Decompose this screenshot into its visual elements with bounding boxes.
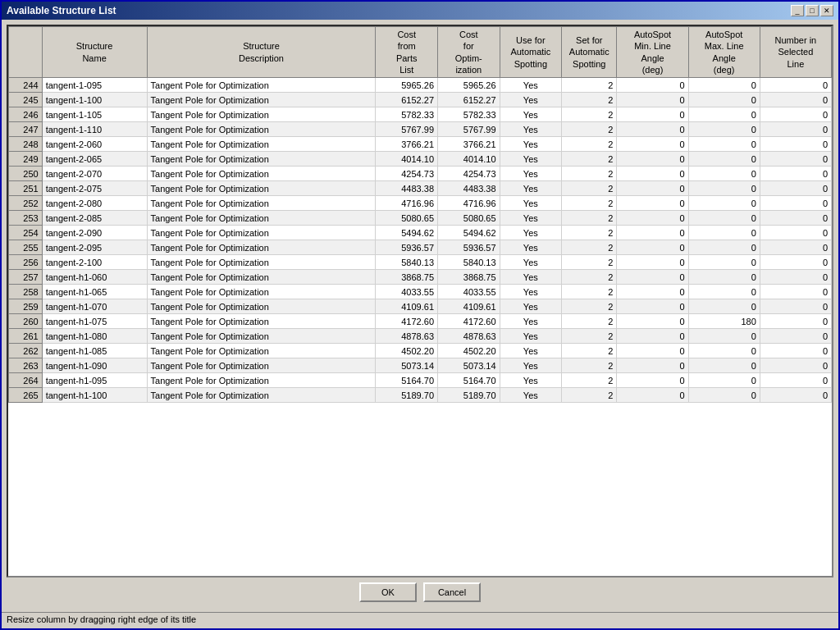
table-cell: 0	[617, 240, 688, 255]
table-row[interactable]: 259tangent-h1-070Tangent Pole for Optimi…	[9, 299, 832, 314]
table-row[interactable]: 260tangent-h1-075Tangent Pole for Optimi…	[9, 314, 832, 329]
table-container[interactable]: StructureName StructureDescription Costf…	[7, 25, 833, 578]
col-header-structure-name[interactable]: StructureName	[42, 27, 147, 78]
table-row[interactable]: 258tangent-h1-065Tangent Pole for Optimi…	[9, 285, 832, 299]
table-cell: 0	[760, 181, 831, 196]
table-cell: 0	[688, 122, 760, 137]
table-cell: Tangent Pole for Optimization	[147, 373, 376, 388]
table-row[interactable]: 252tangent-2-080Tangent Pole for Optimiz…	[9, 196, 832, 211]
minimize-button[interactable]: _	[791, 5, 804, 16]
table-cell: 2	[562, 299, 617, 314]
table-cell: 0	[688, 78, 760, 93]
table-cell: 0	[760, 285, 831, 299]
table-cell: 5767.99	[438, 122, 500, 137]
table-cell: 4033.55	[376, 285, 438, 299]
table-cell: 0	[617, 388, 688, 403]
col-header-rownum[interactable]	[9, 27, 43, 78]
footer-bar: OK Cancel	[7, 578, 833, 607]
table-cell: 0	[688, 167, 760, 181]
table-cell: 0	[760, 107, 831, 122]
table-row[interactable]: 250tangent-2-070Tangent Pole for Optimiz…	[9, 167, 832, 181]
table-cell: 0	[688, 344, 760, 358]
table-cell: 5080.65	[438, 211, 500, 226]
table-row[interactable]: 261tangent-h1-080Tangent Pole for Optimi…	[9, 329, 832, 344]
table-cell: 0	[760, 211, 831, 226]
table-cell: Yes	[500, 344, 562, 358]
table-row[interactable]: 244tangent-1-095Tangent Pole for Optimiz…	[9, 78, 832, 93]
table-cell: tangent-2-080	[42, 196, 147, 211]
table-row[interactable]: 251tangent-2-075Tangent Pole for Optimiz…	[9, 181, 832, 196]
table-cell: 0	[688, 255, 760, 270]
table-row[interactable]: 246tangent-1-105Tangent Pole for Optimiz…	[9, 107, 832, 122]
table-row[interactable]: 245tangent-1-100Tangent Pole for Optimiz…	[9, 93, 832, 107]
table-cell: 0	[617, 226, 688, 240]
col-header-number-selected[interactable]: Number inSelectedLine	[760, 27, 831, 78]
table-cell: 0	[617, 358, 688, 373]
table-cell: tangent-h1-100	[42, 388, 147, 403]
ok-button[interactable]: OK	[359, 582, 417, 602]
table-cell: 0	[760, 299, 831, 314]
table-cell: Yes	[500, 270, 562, 285]
table-cell: tangent-2-090	[42, 226, 147, 240]
maximize-button[interactable]: □	[806, 5, 819, 16]
table-cell: 0	[617, 137, 688, 152]
table-cell: 0	[617, 196, 688, 211]
table-cell: 265	[9, 388, 43, 403]
window-content: StructureName StructureDescription Costf…	[2, 20, 838, 612]
table-cell: 253	[9, 211, 43, 226]
table-row[interactable]: 247tangent-1-110Tangent Pole for Optimiz…	[9, 122, 832, 137]
table-cell: 0	[760, 373, 831, 388]
table-cell: 5767.99	[376, 122, 438, 137]
table-cell: tangent-h1-070	[42, 299, 147, 314]
table-cell: tangent-h1-075	[42, 314, 147, 329]
cancel-button[interactable]: Cancel	[423, 582, 481, 602]
col-header-cost-optim[interactable]: CostforOptim-ization	[438, 27, 500, 78]
table-cell: 0	[617, 255, 688, 270]
table-cell: tangent-2-060	[42, 137, 147, 152]
table-cell: 245	[9, 93, 43, 107]
table-cell: 2	[562, 181, 617, 196]
table-cell: 0	[760, 344, 831, 358]
table-cell: Tangent Pole for Optimization	[147, 196, 376, 211]
table-cell: Yes	[500, 240, 562, 255]
table-cell: Tangent Pole for Optimization	[147, 137, 376, 152]
table-row[interactable]: 265tangent-h1-100Tangent Pole for Optimi…	[9, 388, 832, 403]
table-row[interactable]: 262tangent-h1-085Tangent Pole for Optimi…	[9, 344, 832, 358]
col-header-autospot-max[interactable]: AutoSpotMax. LineAngle(deg)	[688, 27, 760, 78]
col-header-use-auto-spotting[interactable]: Use forAutomaticSpotting	[500, 27, 562, 78]
table-cell: 0	[617, 78, 688, 93]
table-row[interactable]: 248tangent-2-060Tangent Pole for Optimiz…	[9, 137, 832, 152]
table-cell: 0	[760, 240, 831, 255]
col-header-set-auto-spotting[interactable]: Set forAutomaticSpotting	[562, 27, 617, 78]
table-cell: 2	[562, 240, 617, 255]
col-header-cost-parts[interactable]: CostfromPartsList	[376, 27, 438, 78]
table-cell: 2	[562, 285, 617, 299]
table-row[interactable]: 254tangent-2-090Tangent Pole for Optimiz…	[9, 226, 832, 240]
table-cell: tangent-1-100	[42, 93, 147, 107]
table-row[interactable]: 256tangent-2-100Tangent Pole for Optimiz…	[9, 255, 832, 270]
table-cell: Yes	[500, 78, 562, 93]
table-row[interactable]: 264tangent-h1-095Tangent Pole for Optimi…	[9, 373, 832, 388]
status-bar: Resize column by dragging right edge of …	[2, 612, 838, 628]
table-cell: 0	[760, 255, 831, 270]
table-row[interactable]: 249tangent-2-065Tangent Pole for Optimiz…	[9, 152, 832, 167]
table-cell: Tangent Pole for Optimization	[147, 388, 376, 403]
table-row[interactable]: 263tangent-h1-090Tangent Pole for Optimi…	[9, 358, 832, 373]
table-cell: Yes	[500, 122, 562, 137]
table-row[interactable]: 257tangent-h1-060Tangent Pole for Optimi…	[9, 270, 832, 285]
table-cell: Yes	[500, 314, 562, 329]
table-row[interactable]: 255tangent-2-095Tangent Pole for Optimiz…	[9, 240, 832, 255]
table-cell: 2	[562, 388, 617, 403]
table-cell: 2	[562, 196, 617, 211]
table-row[interactable]: 253tangent-2-085Tangent Pole for Optimiz…	[9, 211, 832, 226]
table-cell: 2	[562, 373, 617, 388]
table-cell: 6152.27	[438, 93, 500, 107]
table-cell: 3868.75	[438, 270, 500, 285]
table-cell: 0	[617, 373, 688, 388]
table-cell: 2	[562, 226, 617, 240]
col-header-description[interactable]: StructureDescription	[147, 27, 376, 78]
close-button[interactable]: ✕	[820, 5, 833, 16]
table-cell: Tangent Pole for Optimization	[147, 299, 376, 314]
table-cell: 0	[617, 314, 688, 329]
col-header-autospot-min[interactable]: AutoSpotMin. LineAngle(deg)	[617, 27, 688, 78]
